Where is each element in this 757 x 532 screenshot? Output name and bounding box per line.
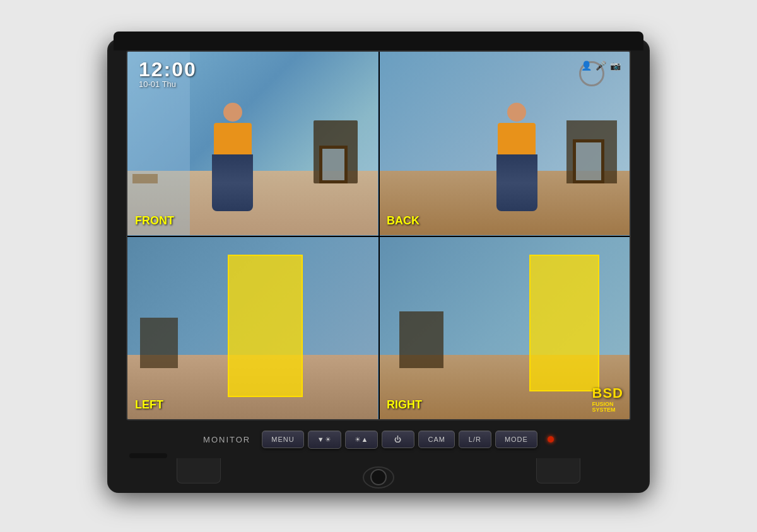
right-label: RIGHT xyxy=(387,398,422,412)
back-person-body xyxy=(498,123,536,154)
menu-button[interactable]: MENU xyxy=(262,431,303,448)
mount-bracket-right xyxy=(536,458,580,483)
bsd-subtext: FUSIONSYSTEM xyxy=(592,402,623,413)
mode-button[interactable]: MODE xyxy=(495,431,537,448)
lr-button[interactable]: L/R xyxy=(459,431,491,448)
cable xyxy=(129,453,167,458)
detection-box-right xyxy=(529,255,599,392)
brightness-down-button[interactable]: ▼☀ xyxy=(308,431,341,449)
mount-camera xyxy=(363,466,394,489)
cam-back: BACK xyxy=(379,52,630,235)
mirror-element xyxy=(319,146,348,183)
front-label: FRONT xyxy=(135,214,174,228)
camera-grid: FRONT BACK xyxy=(127,52,630,419)
detection-box-left xyxy=(228,255,303,398)
control-bar: MONITOR MENU ▼☀ ☀▲ ⏻ CAM L/R MODE xyxy=(126,420,631,458)
mount-bracket-left xyxy=(177,458,221,483)
person-head xyxy=(223,103,242,122)
screen-wrapper: FRONT BACK xyxy=(126,50,631,420)
back-label: BACK xyxy=(387,214,420,228)
cam-button[interactable]: CAM xyxy=(418,431,454,448)
right-furniture xyxy=(399,311,443,368)
bsd-logo: BSD FUSIONSYSTEM xyxy=(592,385,623,413)
person-front xyxy=(211,103,255,216)
cam-right: RIGHT BSD FUSIONSYSTEM xyxy=(379,236,630,420)
table-item xyxy=(132,174,158,183)
monitor-label: MONITOR xyxy=(203,435,250,444)
left-label: LEFT xyxy=(135,398,163,412)
led-indicator xyxy=(548,436,554,442)
cam-left: LEFT xyxy=(127,236,378,420)
person-body-top xyxy=(214,123,252,154)
fan-element xyxy=(579,61,604,86)
brightness-up-button[interactable]: ☀▲ xyxy=(345,431,378,449)
left-table xyxy=(140,318,178,368)
back-mirror xyxy=(573,139,604,183)
back-person-skirt xyxy=(496,154,537,211)
monitor-device: FRONT BACK xyxy=(107,39,650,493)
person-back xyxy=(495,103,539,216)
cam-front: FRONT xyxy=(127,52,378,235)
bsd-text: BSD xyxy=(592,385,623,401)
vertical-divider xyxy=(378,52,380,419)
mount-area xyxy=(126,458,631,493)
wall-left-element xyxy=(127,52,190,235)
person-body-skirt xyxy=(212,154,253,211)
power-button[interactable]: ⏻ xyxy=(382,431,414,448)
back-person-head xyxy=(507,103,526,122)
